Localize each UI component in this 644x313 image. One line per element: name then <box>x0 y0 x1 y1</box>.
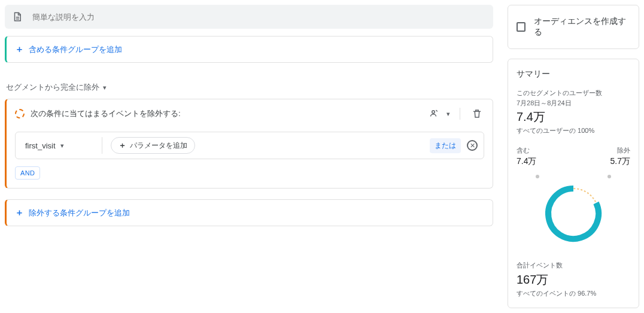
summary-include-value: 7.4万 <box>517 156 536 167</box>
trash-icon <box>472 108 482 119</box>
summary-users-pct: すべてのユーザーの 100% <box>517 126 630 135</box>
add-include-group-label: 含める条件グループを追加 <box>29 44 122 55</box>
description-bar[interactable] <box>5 5 493 29</box>
summary-exclude-label: 除外 <box>610 146 630 155</box>
summary-exclude-value: 5.7万 <box>610 156 630 167</box>
event-name-label: first_visit <box>25 141 56 150</box>
document-icon <box>12 11 23 22</box>
exclude-group-title: 次の条件に当てはまるイベントを除外する: <box>31 108 420 119</box>
description-input[interactable] <box>32 13 486 22</box>
close-icon: ✕ <box>470 142 475 149</box>
svg-point-2 <box>607 175 611 178</box>
create-audience-card[interactable]: オーディエンスを作成する <box>508 5 639 49</box>
svg-point-1 <box>536 175 539 178</box>
and-button[interactable]: AND <box>15 166 40 180</box>
summary-donut-chart <box>517 167 630 252</box>
delete-group-button[interactable] <box>470 107 484 121</box>
summary-users-label: このセグメントのユーザー数 <box>517 88 630 98</box>
create-audience-checkbox[interactable] <box>517 22 525 32</box>
add-exclude-group-label: 除外する条件グループを追加 <box>29 208 130 218</box>
plus-icon: ＋ <box>15 207 24 218</box>
summary-events-label: 合計イベント数 <box>517 260 630 271</box>
divider <box>460 108 460 120</box>
summary-card: サマリー このセグメントのユーザー数 7月28日～8月24日 7.4万 すべての… <box>508 59 639 308</box>
chevron-down-icon: ▾ <box>103 84 107 92</box>
divider <box>102 137 102 154</box>
create-audience-label: オーディエンスを作成する <box>534 16 630 38</box>
scope-button[interactable] <box>426 107 441 121</box>
exclude-mode-label: セグメントから完全に除外 <box>6 82 99 93</box>
event-select[interactable]: first_visit ▾ <box>22 139 93 153</box>
plus-icon: ＋ <box>119 140 126 151</box>
add-parameter-button[interactable]: ＋ パラメータを追加 <box>111 137 195 154</box>
or-button[interactable]: または <box>430 138 461 153</box>
plus-icon: ＋ <box>15 44 24 55</box>
summary-users-value: 7.4万 <box>517 109 630 125</box>
remove-condition-button[interactable]: ✕ <box>467 140 478 151</box>
person-pin-icon <box>428 108 439 119</box>
exclude-mode-select[interactable]: セグメントから完全に除外 ▾ <box>5 82 493 93</box>
summary-title: サマリー <box>517 69 630 80</box>
summary-include-label: 含む <box>517 146 536 155</box>
chevron-down-icon: ▾ <box>446 110 450 118</box>
chevron-down-icon: ▾ <box>60 142 64 150</box>
svg-point-0 <box>432 111 435 114</box>
add-include-group-button[interactable]: ＋ 含める条件グループを追加 <box>5 36 493 63</box>
summary-events-pct: すべてのイベントの 96.7% <box>517 289 630 298</box>
add-parameter-label: パラメータを追加 <box>130 141 187 151</box>
summary-events-value: 167万 <box>517 272 630 288</box>
add-exclude-group-button[interactable]: ＋ 除外する条件グループを追加 <box>5 199 493 226</box>
summary-date-range: 7月28日～8月24日 <box>517 98 630 108</box>
exclude-group-card: 次の条件に当てはまるイベントを除外する: ▾ first_visit ▾ ＋ パ… <box>5 99 493 189</box>
condition-row: first_visit ▾ ＋ パラメータを追加 または ✕ <box>15 132 484 159</box>
exclude-indicator-icon <box>15 109 25 118</box>
